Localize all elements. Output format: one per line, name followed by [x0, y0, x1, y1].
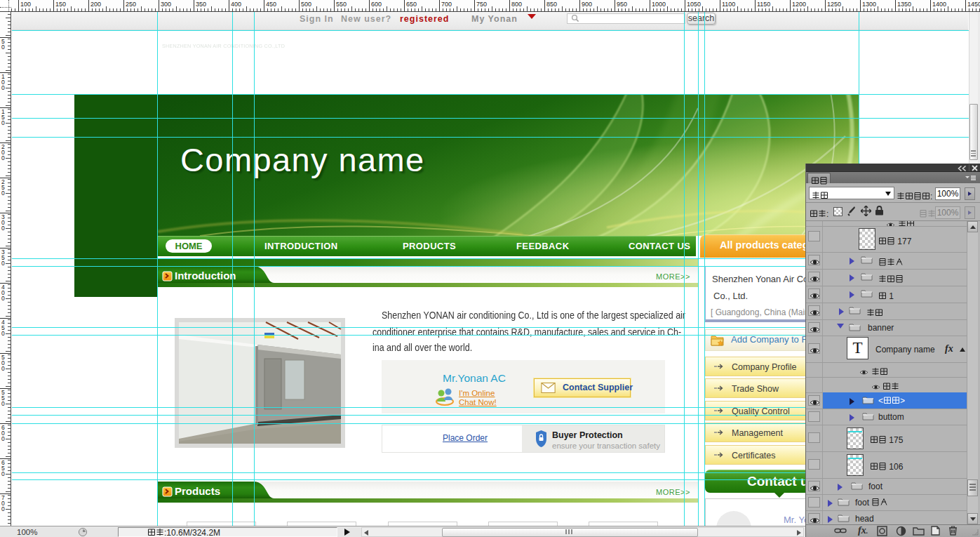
svg-text:Introduction: Introduction	[175, 270, 236, 281]
svg-text:Products: Products	[175, 485, 220, 497]
svg-text:MORE>>: MORE>>	[656, 488, 690, 496]
svg-text:Company name: Company name	[180, 141, 425, 178]
svg-text:MORE>>: MORE>>	[656, 272, 690, 281]
